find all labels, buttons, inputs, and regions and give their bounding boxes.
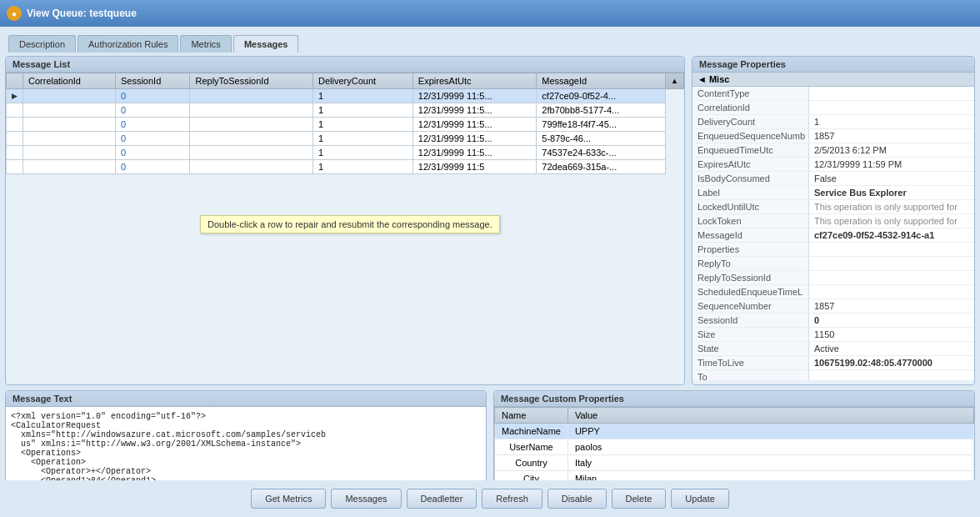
- refresh-button[interactable]: Refresh: [482, 489, 542, 509]
- prop-label: ExpiresAtUtc: [692, 158, 809, 171]
- cell-expiresatutc: 12/31/9999 11:5: [412, 160, 536, 174]
- deadletter-button[interactable]: Deadletter: [407, 489, 478, 509]
- col-sessionid[interactable]: SessionId: [115, 73, 190, 89]
- col-messageid[interactable]: MessageId: [537, 73, 666, 89]
- update-button[interactable]: Update: [671, 489, 728, 509]
- table-row[interactable]: 0 1 12/31/9999 11:5... 799ffe18-f4f7-45.…: [7, 118, 684, 132]
- prop-label: EnqueuedSequenceNumb: [692, 129, 809, 143]
- expand-icon[interactable]: ◄: [698, 74, 709, 84]
- top-section: Message List CorrelationId SessionId Rep…: [5, 56, 975, 385]
- prop-label: LockedUntilUtc: [692, 200, 809, 213]
- prop-value-cell: Italy: [568, 455, 973, 471]
- prop-data: 2/5/2013 6:12 PM: [809, 143, 974, 157]
- tab-authorization-rules[interactable]: Authorization Rules: [78, 35, 178, 53]
- list-item[interactable]: MachineName UPPY: [495, 424, 974, 439]
- cell-correlationid: [23, 118, 116, 132]
- tab-description[interactable]: Description: [8, 35, 76, 53]
- tooltip: Double-click a row to repair and resubmi…: [200, 215, 500, 233]
- col-scroll[interactable]: ▲: [666, 73, 684, 89]
- message-list-table-container[interactable]: CorrelationId SessionId ReplyToSessionId…: [6, 73, 684, 380]
- custom-props-table-container[interactable]: Name Value MachineName UPPY UserName pao…: [494, 407, 974, 480]
- prop-row: ScheduledEnqueueTimeL: [692, 285, 974, 299]
- cell-messageid: 74537e24-633c-...: [537, 146, 666, 160]
- cell-expiresatutc: 12/31/9999 11:5...: [412, 103, 536, 118]
- cell-correlationid: [23, 146, 116, 160]
- col-deliverycount[interactable]: DeliveryCount: [313, 73, 413, 89]
- cell-expiresatutc: 12/31/9999 11:5...: [412, 89, 536, 103]
- message-properties-header: Message Properties: [692, 57, 974, 73]
- prop-row: ReplyToSessionId: [692, 271, 974, 285]
- prop-data: [809, 87, 974, 100]
- prop-row: ExpiresAtUtc12/31/9999 11:59 PM: [692, 158, 974, 172]
- prop-row: SequenceNumber1857: [692, 299, 974, 314]
- cell-sessionid: 0: [115, 103, 190, 118]
- cell-correlationid: [23, 160, 116, 174]
- prop-value-cell: UPPY: [568, 424, 973, 439]
- cell-expiresatutc: 12/31/9999 11:5...: [412, 146, 536, 160]
- tab-messages[interactable]: Messages: [233, 35, 299, 53]
- get-metrics-button[interactable]: Get Metrics: [251, 489, 326, 509]
- col-prop-value[interactable]: Value: [568, 408, 973, 424]
- prop-data: This operation is only supported for: [809, 214, 974, 228]
- cell-replytosessionid: [190, 118, 313, 132]
- prop-row: LockedUntilUtcThis operation is only sup…: [692, 200, 974, 214]
- prop-row: ContentType: [692, 87, 974, 101]
- disable-button[interactable]: Disable: [548, 489, 607, 509]
- prop-row: EnqueuedSequenceNumb1857: [692, 129, 974, 143]
- prop-label: ReplyToSessionId: [692, 271, 809, 284]
- prop-value-cell: paolos: [568, 439, 973, 455]
- table-row[interactable]: 0 1 12/31/9999 11:5 72dea669-315a-...: [7, 160, 684, 174]
- prop-label: DeliveryCount: [692, 115, 809, 128]
- table-row[interactable]: ▶ 0 1 12/31/9999 11:5... cf27ce09-0f52-4…: [7, 89, 684, 103]
- list-item[interactable]: Country Italy: [495, 455, 974, 471]
- cell-replytosessionid: [190, 132, 313, 146]
- prop-label: CorrelationId: [692, 101, 809, 114]
- prop-data: [809, 101, 974, 114]
- cell-deliverycount: 1: [313, 160, 413, 174]
- cell-sessionid: 0: [115, 118, 190, 132]
- list-item[interactable]: UserName paolos: [495, 439, 974, 455]
- message-list-header: Message List: [6, 57, 684, 73]
- col-correlationid[interactable]: CorrelationId: [23, 73, 116, 89]
- cell-sessionid: 0: [115, 146, 190, 160]
- table-row[interactable]: 0 1 12/31/9999 11:5... 2fb70bb8-5177-4..…: [7, 103, 684, 118]
- prop-data: 1857: [809, 299, 974, 313]
- prop-label: Size: [692, 328, 809, 341]
- col-prop-name[interactable]: Name: [495, 408, 568, 424]
- col-replytosessionid[interactable]: ReplyToSessionId: [190, 73, 313, 89]
- prop-data: [809, 370, 974, 380]
- prop-row: StateActive: [692, 342, 974, 356]
- cell-messageid: cf27ce09-0f52-4...: [537, 89, 666, 103]
- cell-deliverycount: 1: [313, 118, 413, 132]
- custom-props-panel: Message Custom Properties Name Value Mac…: [493, 390, 975, 480]
- prop-row: Size1150: [692, 328, 974, 342]
- cell-replytosessionid: [190, 160, 313, 174]
- cell-replytosessionid: [190, 103, 313, 118]
- prop-row: ReplyTo: [692, 257, 974, 271]
- window-title: View Queue: testqueue: [27, 8, 137, 19]
- message-text-area[interactable]: [6, 407, 486, 480]
- tab-metrics[interactable]: Metrics: [180, 35, 231, 53]
- prop-label: SessionId: [692, 314, 809, 327]
- tabs-bar: Description Authorization Rules Metrics …: [5, 32, 975, 53]
- message-text-header: Message Text: [6, 391, 486, 407]
- arrow-cell: [7, 146, 23, 160]
- table-row[interactable]: 0 1 12/31/9999 11:5... 74537e24-633c-...: [7, 146, 684, 160]
- prop-label: SequenceNumber: [692, 299, 809, 313]
- prop-row: IsBodyConsumedFalse: [692, 172, 974, 186]
- col-expiresatutc[interactable]: ExpiresAtUtc: [412, 73, 536, 89]
- main-content: Description Authorization Rules Metrics …: [0, 27, 980, 517]
- prop-label: MessageId: [692, 228, 809, 242]
- message-properties-body[interactable]: ◄ Misc ContentTypeCorrelationIdDeliveryC…: [692, 73, 974, 380]
- arrow-cell: [7, 132, 23, 146]
- cell-replytosessionid: [190, 89, 313, 103]
- prop-label: To: [692, 370, 809, 380]
- list-item[interactable]: City Milan: [495, 471, 974, 481]
- table-row[interactable]: 0 1 12/31/9999 11:5... 5-879c-46...: [7, 132, 684, 146]
- prop-data: 1150: [809, 328, 974, 341]
- prop-row: LabelService Bus Explorer: [692, 186, 974, 200]
- delete-button[interactable]: Delete: [612, 489, 667, 509]
- messages-button[interactable]: Messages: [331, 489, 401, 509]
- cell-messageid: 72dea669-315a-...: [537, 160, 666, 174]
- prop-rows-container: ContentTypeCorrelationIdDeliveryCount1En…: [692, 87, 974, 380]
